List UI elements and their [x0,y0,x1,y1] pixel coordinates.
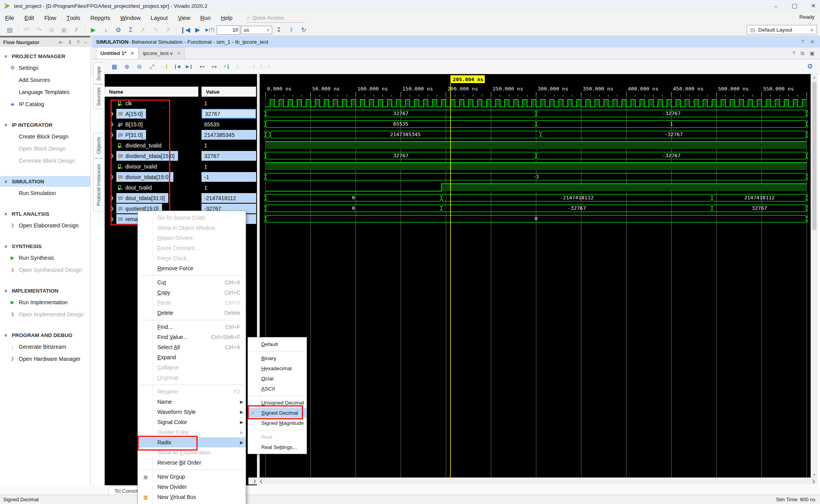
close-button[interactable]: ✕ [809,2,818,9]
flownav-item-create-block-design[interactable]: Create Block Design [0,130,90,142]
clear-breakpoints-icon[interactable]: ✗ [162,25,174,35]
flownav-section-rtl-analysis[interactable]: ∨RTL ANALYSIS [0,208,90,219]
time-unit-select[interactable]: us∨ [241,26,272,34]
menu-item-new-divider[interactable]: New Divider [138,482,246,492]
menu-help[interactable]: Help [216,12,237,24]
undo-icon[interactable]: ↶ [21,25,32,35]
scroll-right-icon[interactable]: ❯ [253,479,256,483]
flownav-item-ip-catalog[interactable]: ◈IP Catalog [0,98,90,110]
run-all-icon[interactable]: ▶ [192,25,203,35]
signal-value[interactable]: 2147385345 [201,130,256,140]
flownav-item-run-implementation[interactable]: ▶Run Implementation [0,296,90,308]
column-header-name[interactable]: Name [105,87,198,97]
prev-transition-icon[interactable]: ↤ [197,62,207,72]
swap-cursor-icon[interactable]: ❙← [234,62,244,72]
flownav-section-simulation[interactable]: ∨SIMULATION [0,176,90,187]
close-icon[interactable]: ✕ [810,39,815,45]
signal-value[interactable]: 1 [201,98,256,108]
expand-chevron-icon[interactable]: ❯ [110,132,114,137]
menu-item-select-all[interactable]: Select AllCtrl+A [138,342,246,352]
span-icon[interactable]: ❙↔❙ [259,62,271,72]
signal-name[interactable]: dividend_tvalid [116,140,165,150]
generate-bitstream-icon[interactable]: ↓ [100,25,112,35]
signal-value[interactable]: 65535 [201,119,256,129]
menu-window[interactable]: Window [115,12,146,24]
breakpoint-icon[interactable]: ✗ [137,25,149,35]
flownav-item-run-synthesis[interactable]: ▶Run Synthesis [0,252,90,264]
menu-item-copy[interactable]: CopyCtrl+C [138,287,246,298]
open-recent-project-icon[interactable]: ▤ [4,25,16,35]
signal-value[interactable]: 1 [201,161,256,171]
next-transition-icon[interactable]: ↦ [209,62,219,72]
flownav-section-ip-integrator[interactable]: ∨IP INTEGRATOR [0,119,90,130]
close-icon[interactable]: ✕ [176,51,180,56]
menu-item-remove-force[interactable]: Remove Force [138,263,246,273]
pause-icon[interactable]: ‖ [285,25,297,35]
waveform-canvas[interactable]: 0.000 ns50.000 ns100.000 ns150.000 ns200… [260,74,811,477]
menu-item-new-group[interactable]: ▣New Group [138,472,246,482]
relaunch-icon[interactable]: ↻ [298,25,310,35]
collapse-all-icon[interactable]: ⇤ [59,39,63,45]
side-tab-protocol-instances[interactable]: Protocol Instances [93,158,103,211]
tab-ipcore-test-v[interactable]: ipcore_test.v✕ [139,47,185,59]
menu-item-new-virtual-bus[interactable]: ▦New Virtual Bus [138,492,246,502]
copy-icon[interactable]: ⧉ [46,25,57,35]
menu-item-radix[interactable]: Radix▶ [138,437,246,447]
menu-item-reverse-bit-order[interactable]: Reverse Bit Order [138,458,246,468]
waveform-svg[interactable]: 0.000 ns50.000 ns100.000 ns150.000 ns200… [260,74,811,477]
menu-view[interactable]: View [173,12,195,24]
signal-name[interactable]: dout_tdata[31:0] [116,193,168,203]
scroll-up-icon[interactable]: ∧ [811,74,818,80]
menu-item-delete[interactable]: DeleteDelete [138,308,246,318]
signal-name[interactable]: divisor_tdata[15:0] [116,172,173,182]
minimize-button[interactable]: – [772,3,780,9]
radix-option-binary[interactable]: Binary [248,353,307,363]
signal-name[interactable]: divisor_tvalid [116,161,160,171]
signal-value[interactable]: 1 [201,140,256,150]
radix-option-signed-magnitude[interactable]: Signed Magnitude [248,418,307,428]
menu-item-waveform-style[interactable]: Waveform Style▶ [138,407,246,417]
menu-edit[interactable]: Edit [19,12,39,24]
menu-item-find-value[interactable]: Find Value...Ctrl+Shift+F [138,332,246,342]
flownav-item-settings[interactable]: ⚙Settings [0,62,90,74]
flownav-item-generate-bitstream[interactable]: ↓Generate Bitstream [0,341,90,353]
step-icon[interactable]: ↧ [273,25,285,35]
wave-horizontal-scrollbar[interactable]: ❯❮ ❯ [248,477,818,484]
menu-run[interactable]: Run [195,12,216,24]
expand-chevron-icon[interactable]: ❯ [110,121,114,127]
menu-layout[interactable]: Layout [146,12,173,24]
expand-chevron-icon[interactable]: ❯ [110,195,114,201]
expand-chevron-icon[interactable]: ❯ [110,111,114,116]
run-icon[interactable]: ▶ [87,25,99,35]
close-icon[interactable]: ✕ [130,51,134,56]
help-icon[interactable]: ? [801,39,804,45]
signal-name[interactable]: dout_tvalid [116,183,155,192]
signal-name[interactable]: clk [116,98,135,108]
signal-name[interactable]: P[31:0] [116,130,146,140]
wave-vertical-scrollbar[interactable]: ∧ ∨ [811,74,818,477]
add-marker-icon[interactable]: +❙ [222,62,232,72]
radix-option-octal[interactable]: Octal [248,373,307,383]
help-icon[interactable]: ? [77,39,80,45]
expand-icon[interactable]: ⇕ [68,39,72,45]
run-for-time-icon[interactable]: ▶⟨T⟩ [204,25,216,35]
go-to-end-icon[interactable]: ▶❙ [184,62,194,72]
flownav-item-add-sources[interactable]: Add Sources [0,74,90,86]
menu-reports[interactable]: Reports [85,12,115,24]
radix-option-unsigned-decimal[interactable]: Unsigned Decimal [248,398,307,408]
side-tab-scope[interactable]: Scope [93,62,103,84]
wave-settings-gear-icon[interactable]: ⚙ [807,62,820,71]
expand-chevron-icon[interactable]: ❯ [110,206,114,211]
signal-value[interactable]: -1 [201,172,256,182]
quick-access-search[interactable]: ⌕Quick Access [247,14,305,23]
flownav-section-implementation[interactable]: ∨IMPLEMENTATION [0,285,90,296]
signal-value[interactable]: 32767 [201,109,256,119]
layout-selector[interactable]: ▤ Default Layout ∨ [747,25,817,34]
radix-option-ascii[interactable]: ASCII [248,383,307,394]
run-time-input[interactable] [217,25,240,35]
save-icon[interactable]: ▦ [109,62,119,72]
paste-icon[interactable]: ▣ [58,25,70,35]
zoom-out-icon[interactable]: ⊖ [134,62,144,72]
flownav-section-program-and-debug[interactable]: ∨PROGRAM AND DEBUG [0,330,90,341]
zoom-fit-icon[interactable]: ⤢ [147,62,157,72]
